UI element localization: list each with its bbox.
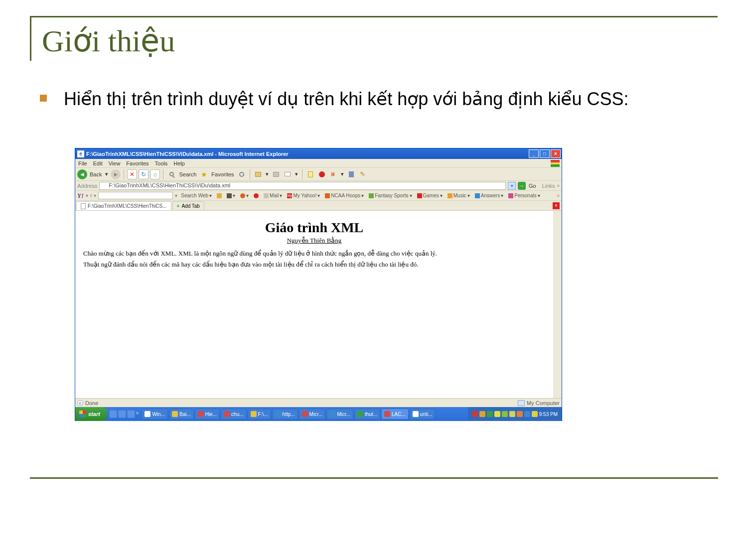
page-heading: Giáo trình XML <box>83 220 545 236</box>
taskbar-item[interactable]: Bai... <box>169 409 194 420</box>
yahoo-search-input[interactable] <box>98 192 173 199</box>
tray-icon[interactable] <box>494 411 500 417</box>
taskbar-item[interactable]: Hie... <box>195 409 220 420</box>
go-button-icon[interactable]: → <box>518 182 526 190</box>
add-tab-label: Add Tab <box>181 203 200 209</box>
browser-tab[interactable]: F:\GiaoTrinhXML\CSS\HienThiCS... <box>76 201 171 210</box>
folder-icon[interactable] <box>253 169 263 179</box>
yahoo-games[interactable]: Games ▾ <box>416 193 444 198</box>
print-icon[interactable] <box>271 169 281 179</box>
refresh-button-icon[interactable]: ↻ <box>139 169 149 179</box>
bottom-rule <box>30 477 718 479</box>
yahoo-myyahoo[interactable]: MyMy Yahoo! ▾ <box>286 193 321 198</box>
home-button-icon[interactable]: ⌂ <box>150 169 160 179</box>
quick-launch-icon[interactable] <box>127 410 135 418</box>
yahoo-ncaa[interactable]: NCAA Hoops ▾ <box>323 193 365 198</box>
page-icon <box>81 203 86 209</box>
tab-label: F:\GiaoTrinhXML\CSS\HienThiCS... <box>88 203 167 209</box>
add-tab-button[interactable]: + Add Tab <box>172 201 204 210</box>
tray-icon[interactable] <box>517 411 523 417</box>
menu-favorites[interactable]: Favorites <box>126 160 149 166</box>
tray-icon[interactable] <box>472 411 478 417</box>
yahoo-music[interactable]: Music ▾ <box>446 193 471 198</box>
menu-view[interactable]: View <box>109 160 121 166</box>
chevron-icon[interactable]: » <box>557 183 560 188</box>
taskbar-item[interactable]: Micr... <box>299 409 326 420</box>
search-icon[interactable] <box>166 169 176 179</box>
favorites-label[interactable]: Favorites <box>210 171 235 177</box>
taskbar-item[interactable]: http... <box>272 409 298 420</box>
flag-icon <box>551 160 560 167</box>
stop-button-icon[interactable]: ✕ <box>127 169 137 179</box>
maximize-button[interactable]: □ <box>540 149 550 158</box>
tray-icon[interactable] <box>524 411 530 417</box>
toolbar-separator <box>302 169 302 179</box>
done-icon: e <box>77 400 83 406</box>
yahoo-fantasy[interactable]: Fantasy Sports ▾ <box>367 193 413 198</box>
taskbar-item[interactable]: Win... <box>142 409 168 420</box>
yahoo-mail[interactable]: Mail ▾ <box>262 193 284 198</box>
quick-launch-icon[interactable] <box>109 410 117 418</box>
spyware-icon[interactable]: ▾ <box>239 193 250 198</box>
taskbar-tasks: Win... Bai... Hie... chu... F:\... http.… <box>142 409 467 420</box>
back-button-icon[interactable]: ◄ <box>77 169 87 179</box>
title-rule-horizontal <box>30 16 718 17</box>
taskbar-item[interactable]: unti... <box>410 409 435 420</box>
search-label[interactable]: Search <box>178 171 197 177</box>
menu-file[interactable]: File <box>78 160 87 166</box>
menu-tools[interactable]: Tools <box>155 160 168 166</box>
shield-icon[interactable] <box>346 169 356 179</box>
stop-popup-icon[interactable] <box>317 169 327 179</box>
menu-edit[interactable]: Edit <box>93 160 103 166</box>
history-icon[interactable] <box>237 169 247 179</box>
taskbar-item[interactable]: Micr... <box>326 409 353 420</box>
address-input[interactable]: F:\GiaoTrinhXML\CSS\HienThiCSS\ViDu\data… <box>99 182 506 190</box>
quick-launch: » <box>109 410 139 418</box>
favorites-icon[interactable]: ★ <box>199 169 209 179</box>
close-button[interactable]: × <box>551 149 561 158</box>
tray-icon[interactable] <box>479 411 485 417</box>
ie-page-content: Giáo trình XML Nguyễn Thiên Bằng Chào mừ… <box>75 211 562 398</box>
settings-icon[interactable]: ✎ <box>358 169 368 179</box>
chevron-icon[interactable]: » <box>136 410 139 418</box>
tab-close-button[interactable]: × <box>553 202 560 209</box>
address-dropdown-icon[interactable]: ▾ <box>508 182 516 190</box>
yahoo-logo-icon[interactable]: Y! <box>77 192 84 200</box>
norton-icon[interactable] <box>252 193 260 198</box>
scrollbar[interactable]: ▲ ▼ <box>553 211 562 398</box>
taskbar-item[interactable]: thut... <box>354 409 380 420</box>
quick-launch-icon[interactable] <box>118 410 126 418</box>
scroll-up-icon[interactable]: ▲ <box>553 211 562 219</box>
go-button-label[interactable]: Go <box>528 183 537 189</box>
taskbar-item[interactable]: F:\... <box>248 409 271 420</box>
back-button-label[interactable]: Back <box>89 171 103 177</box>
mail-icon[interactable] <box>283 169 293 179</box>
taskbar-item[interactable]: LAC... <box>381 409 409 420</box>
windows-logo-icon <box>79 411 86 418</box>
yahoo-search-web[interactable]: Search Web ▾ <box>179 193 213 198</box>
yahoo-answers[interactable]: Answers ▾ <box>473 193 505 198</box>
pencil-icon[interactable] <box>215 193 223 198</box>
tray-icon[interactable] <box>532 411 538 417</box>
back-dropdown[interactable]: ▾ <box>104 171 109 177</box>
status-done: Done <box>85 400 98 406</box>
messenger-icon[interactable]: ఠ <box>328 169 338 179</box>
slide: Giới thiệu Hiển thị trên trình duyệt ví … <box>0 0 747 560</box>
taskbar-item[interactable]: chu... <box>221 409 246 420</box>
yahoo-personals[interactable]: Personals ▾ <box>507 193 541 198</box>
popup-blocker-icon[interactable]: ▾ <box>225 193 237 198</box>
toolbar-separator <box>163 169 163 179</box>
start-button[interactable]: start <box>75 407 107 421</box>
links-label[interactable]: Links <box>542 183 555 189</box>
tray-icon[interactable] <box>509 411 515 417</box>
scroll-down-icon[interactable]: ▼ <box>553 390 562 398</box>
status-zone: My Computer <box>527 400 560 406</box>
forward-button-icon[interactable]: ► <box>111 169 121 179</box>
chevron-icon[interactable]: » <box>557 193 560 198</box>
menu-help[interactable]: Help <box>173 160 185 166</box>
tray-icon[interactable] <box>502 411 508 417</box>
minimize-button[interactable]: _ <box>529 149 539 158</box>
slide-title: Giới thiệu <box>42 22 175 59</box>
tray-icon[interactable] <box>487 411 493 417</box>
note-icon[interactable] <box>305 169 315 179</box>
